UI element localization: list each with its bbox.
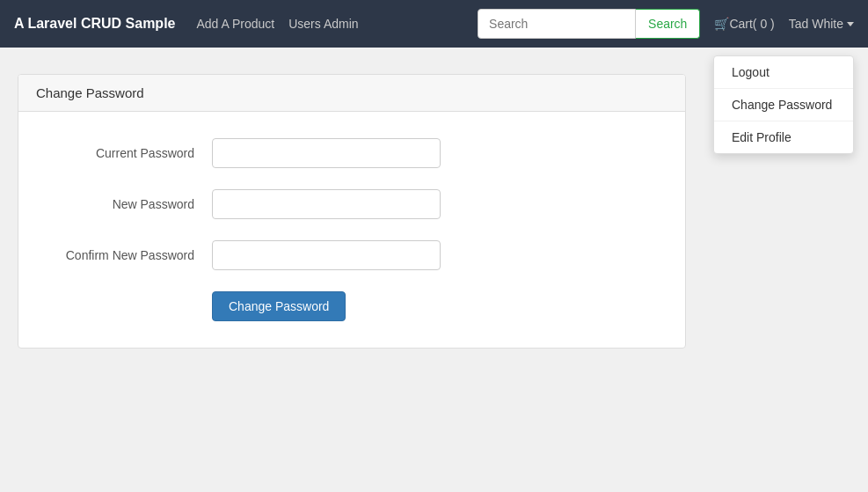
search-input[interactable] <box>478 9 636 39</box>
confirm-new-password-group: Confirm New Password <box>36 240 667 270</box>
new-password-label: New Password <box>36 197 212 211</box>
search-form: Search <box>478 9 700 39</box>
nav-links: Add A Product Users Admin <box>196 13 358 34</box>
current-password-input[interactable] <box>212 138 441 168</box>
main-content: Change Password Current Password New Pas… <box>0 48 704 375</box>
cart-label: Cart( 0 ) <box>729 17 774 31</box>
chevron-down-icon <box>847 22 854 26</box>
confirm-new-password-input[interactable] <box>212 240 441 270</box>
change-password-button[interactable]: Change Password <box>212 291 346 321</box>
navbar: A Laravel CRUD Sample Add A Product User… <box>0 0 868 48</box>
cart-link[interactable]: 🛒Cart( 0 ) <box>714 17 774 31</box>
dropdown-menu: Logout Change Password Edit Profile <box>713 55 854 154</box>
change-password-card: Change Password Current Password New Pas… <box>18 74 686 349</box>
card-body: Current Password New Password Confirm Ne… <box>18 112 685 348</box>
confirm-new-password-label: Confirm New Password <box>36 248 212 262</box>
nav-add-product[interactable]: Add A Product <box>196 13 274 34</box>
navbar-right: 🛒Cart( 0 ) Tad White Logout Change Passw… <box>714 17 854 31</box>
dropdown-item-logout[interactable]: Logout <box>714 56 853 89</box>
current-password-label: Current Password <box>36 146 212 160</box>
user-dropdown-button[interactable]: Tad White <box>789 17 854 31</box>
dropdown-item-change-password[interactable]: Change Password <box>714 89 853 121</box>
cart-icon: 🛒 <box>714 17 729 31</box>
nav-users-admin[interactable]: Users Admin <box>288 13 358 34</box>
dropdown-item-edit-profile[interactable]: Edit Profile <box>714 121 853 153</box>
card-header: Change Password <box>18 75 685 112</box>
user-name: Tad White <box>789 17 843 31</box>
current-password-group: Current Password <box>36 138 667 168</box>
new-password-group: New Password <box>36 189 667 219</box>
form-actions: Change Password <box>36 291 667 321</box>
brand: A Laravel CRUD Sample <box>14 16 175 32</box>
new-password-input[interactable] <box>212 189 441 219</box>
search-button[interactable]: Search <box>636 9 700 39</box>
